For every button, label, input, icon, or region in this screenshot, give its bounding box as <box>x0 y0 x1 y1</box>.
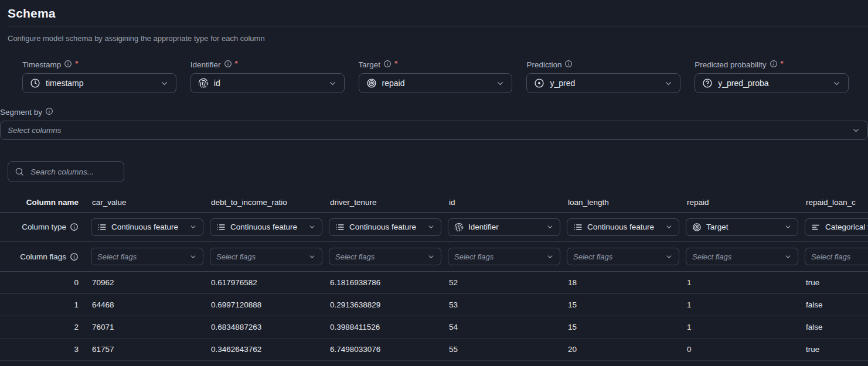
info-icon[interactable] <box>70 223 79 231</box>
target-label: Target <box>359 60 381 69</box>
predicted-probability-select[interactable]: y_pred_proba <box>695 73 849 93</box>
predicted-probability-label: Predicted probability <box>695 60 766 69</box>
column-type-select-id[interactable]: Identifier <box>448 218 560 236</box>
field-predicted-probability: Predicted probability * y_pred_proba <box>695 60 849 93</box>
search-box[interactable] <box>8 161 124 182</box>
column-flags-select-repaid-loan-c[interactable]: Select flags <box>805 248 868 265</box>
cell-repaid-loan-c: true <box>805 345 868 354</box>
flags-placeholder: Select flags <box>454 252 493 261</box>
column-flags-header: Column flags <box>0 252 91 261</box>
cell-driver-tenure: 0.3988411526 <box>329 323 448 331</box>
info-icon[interactable] <box>564 60 573 68</box>
cell-car-value: 64468 <box>91 300 210 309</box>
info-icon[interactable] <box>224 60 232 68</box>
cell-repaid-loan-c: true <box>805 278 868 287</box>
cell-id: 54 <box>448 323 567 331</box>
column-type-value: Identifier <box>468 223 499 231</box>
column-header-id: id <box>448 198 567 207</box>
column-type-select-debt-to-income-ratio[interactable]: Continuous feature <box>210 218 322 236</box>
target-select[interactable]: repaid <box>359 73 513 93</box>
column-type-select-driver-tenure[interactable]: Continuous feature <box>329 218 441 236</box>
column-type-select-repaid[interactable]: Target <box>686 218 798 236</box>
identifier-select[interactable]: id <box>190 73 345 93</box>
segment-by-label-row: Segment by <box>0 108 868 117</box>
search-input[interactable] <box>29 167 117 177</box>
chevron-down-icon <box>328 79 337 88</box>
info-icon[interactable] <box>770 60 778 68</box>
column-flags-select-loan-length[interactable]: Select flags <box>567 248 679 265</box>
prediction-select[interactable]: y_pred <box>526 73 680 93</box>
circle-dot-icon <box>534 78 544 88</box>
chevron-down-icon <box>308 223 316 231</box>
table-row: 2 76071 0.6834887263 0.3988411526 54 15 … <box>0 316 868 338</box>
chevron-down-icon <box>852 126 860 135</box>
column-type-select-repaid-loan-c[interactable]: Categorical feature <box>805 218 868 236</box>
segment-by-row: Segment by Select columns <box>0 108 868 140</box>
column-header-debt-to-income-ratio: debt_to_income_ratio <box>210 198 329 207</box>
cell-id: 52 <box>448 278 567 287</box>
target-icon <box>692 223 702 232</box>
segment-by-label: Segment by <box>0 108 42 117</box>
column-type-value: Categorical feature <box>825 223 868 231</box>
header-divider <box>8 26 868 26</box>
cell-id: 55 <box>448 345 567 354</box>
identifier-label: Identifier <box>190 60 221 69</box>
column-flags-select-car-value[interactable]: Select flags <box>91 248 203 265</box>
predicted-probability-label-row: Predicted probability * <box>695 60 849 69</box>
chevron-down-icon <box>832 79 841 88</box>
column-type-select-car-value[interactable]: Continuous feature <box>91 218 203 236</box>
identifier-label-row: Identifier * <box>190 60 345 69</box>
flags-placeholder: Select flags <box>573 252 612 261</box>
cell-car-value: 70962 <box>91 278 210 287</box>
predicted-probability-select-value: y_pred_proba <box>718 78 768 88</box>
column-header-loan-length: loan_length <box>567 198 686 207</box>
column-flags-select-driver-tenure[interactable]: Select flags <box>329 248 441 265</box>
column-header-repaid-loan-c: repaid_loan_c <box>805 198 868 207</box>
timestamp-label-row: Timestamp * <box>22 60 176 69</box>
list-icon <box>335 223 345 232</box>
timestamp-label: Timestamp <box>22 60 61 69</box>
row-index: 0 <box>0 278 91 287</box>
identifier-select-value: id <box>214 78 220 88</box>
column-flags-select-id[interactable]: Select flags <box>448 248 560 265</box>
cell-driver-tenure: 6.1816938786 <box>329 278 448 287</box>
row-index: 1 <box>0 300 91 309</box>
page-subtitle: Configure model schema by assigining the… <box>8 34 868 43</box>
segment-by-select[interactable]: Select columns <box>0 121 868 140</box>
chevron-down-icon <box>546 223 554 231</box>
field-segment-by: Segment by Select columns <box>0 108 868 140</box>
info-icon[interactable] <box>45 107 53 115</box>
chevron-down-icon <box>546 253 554 261</box>
column-header-repaid: repaid <box>686 198 805 207</box>
table-row: 3 61757 0.3462643762 6.7498033076 55 20 … <box>0 338 868 361</box>
fingerprint-icon <box>454 223 464 232</box>
target-icon <box>366 78 377 88</box>
column-type-value: Continuous feature <box>587 223 654 231</box>
column-flags-select-repaid[interactable]: Select flags <box>686 248 798 265</box>
cell-id: 53 <box>448 300 567 309</box>
cell-repaid-loan-c: false <box>805 323 868 331</box>
search-icon <box>15 167 24 176</box>
column-type-header: Column type <box>0 223 91 231</box>
schema-page: Schema Configure model schema by assigin… <box>0 0 868 366</box>
row-index: 2 <box>0 323 91 331</box>
fingerprint-icon <box>198 78 209 88</box>
column-flags-select-debt-to-income-ratio[interactable]: Select flags <box>210 248 322 265</box>
info-icon[interactable] <box>70 252 79 261</box>
chevron-down-icon <box>665 253 673 261</box>
cell-repaid: 1 <box>686 300 805 309</box>
target-select-value: repaid <box>382 78 405 88</box>
table-header-row: Column name car_value debt_to_income_rat… <box>0 193 868 213</box>
cell-loan-length: 18 <box>567 278 686 287</box>
cell-car-value: 61757 <box>91 345 210 354</box>
cell-debt-to-income-ratio: 0.617976582 <box>210 278 329 287</box>
field-timestamp: Timestamp * timestamp <box>22 60 176 93</box>
info-icon[interactable] <box>64 60 72 68</box>
chevron-down-icon <box>160 79 169 88</box>
info-icon[interactable] <box>383 60 392 68</box>
timestamp-select[interactable]: timestamp <box>22 73 176 93</box>
column-type-select-loan-length[interactable]: Continuous feature <box>567 218 679 236</box>
chevron-down-icon <box>665 223 673 231</box>
timestamp-select-value: timestamp <box>46 78 84 88</box>
column-type-label: Column type <box>22 223 66 231</box>
